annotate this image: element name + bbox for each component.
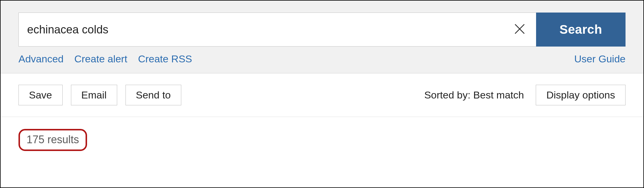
- sort-value: Best match: [473, 89, 524, 101]
- app-frame: Search Advanced Create alert Create RSS …: [0, 0, 644, 188]
- create-alert-link[interactable]: Create alert: [74, 53, 127, 65]
- search-region: Search Advanced Create alert Create RSS …: [1, 1, 643, 73]
- search-subnav: Advanced Create alert Create RSS User Gu…: [18, 53, 626, 65]
- save-button[interactable]: Save: [18, 85, 63, 105]
- search-bar: Search: [18, 13, 626, 47]
- results-count: 175 results: [18, 129, 87, 151]
- display-options-button[interactable]: Display options: [536, 85, 626, 105]
- clear-search-button[interactable]: [503, 13, 536, 47]
- email-button[interactable]: Email: [71, 85, 117, 105]
- search-button[interactable]: Search: [536, 13, 626, 47]
- create-rss-link[interactable]: Create RSS: [138, 53, 192, 65]
- sort-label: Sorted by:: [424, 89, 473, 101]
- sort-indicator[interactable]: Sorted by: Best match: [424, 89, 524, 101]
- results-toolbar: Save Email Send to Sorted by: Best match…: [1, 73, 643, 117]
- user-guide-link[interactable]: User Guide: [574, 53, 626, 64]
- send-to-button[interactable]: Send to: [126, 85, 181, 105]
- advanced-link[interactable]: Advanced: [18, 53, 64, 65]
- search-input[interactable]: [18, 13, 503, 47]
- results-region: 175 results: [1, 117, 643, 163]
- close-icon: [513, 22, 526, 37]
